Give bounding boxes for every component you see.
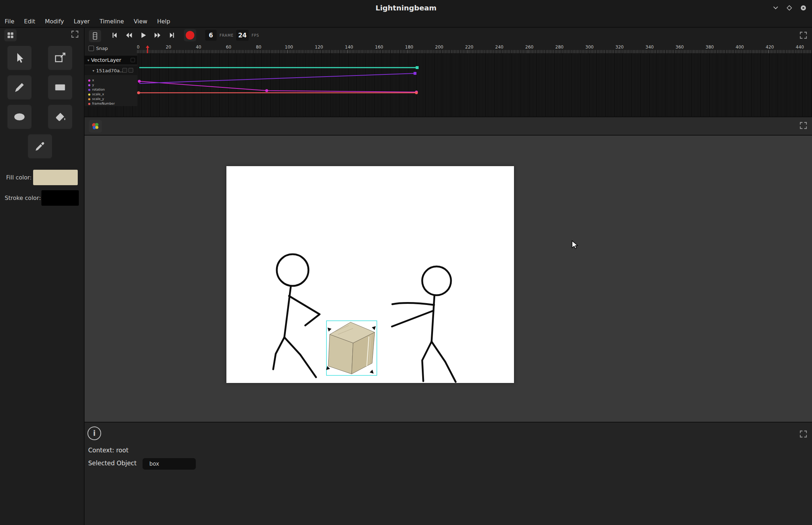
fps-number-box[interactable]: 24 [236,30,249,41]
keyframe-marker[interactable] [137,91,140,94]
property-label: frameNumber [92,102,115,105]
property-row-x[interactable]: x [85,78,137,83]
paint-bucket-tool-button[interactable] [48,105,72,129]
ruler-label: 440 [796,45,804,50]
menu-view[interactable]: View [134,18,147,25]
canvas-expand-button[interactable] [799,121,808,131]
ruler-label: 120 [315,45,323,50]
timeline-expand-button[interactable] [799,31,808,41]
selected-object-value[interactable]: box [143,458,196,470]
stage-drawing[interactable] [226,166,514,383]
curve-x-curve[interactable] [139,81,416,92]
menu-help[interactable]: Help [157,18,170,25]
ruler-label: 80 [256,45,261,50]
curve-rotation-curve[interactable] [139,73,415,83]
film-strip-icon [91,32,99,40]
ruler-label: 260 [525,45,533,50]
timeline-curves[interactable] [137,53,812,117]
layer-visibility-toggle[interactable] [122,68,127,73]
context-label: Context: root [88,447,128,454]
tool-panel-expand-button[interactable] [71,30,79,40]
close-button[interactable] [799,4,808,12]
play-button[interactable] [137,29,149,41]
skip-end-button[interactable] [166,29,178,41]
playhead[interactable] [145,45,150,54]
app-window: Lightningbeam File Edit Modify Layer Tim… [0,0,812,525]
eyedropper-tool-button[interactable] [28,134,52,159]
keyframe-marker[interactable] [138,80,141,83]
stage[interactable] [226,166,514,383]
maximize-button[interactable] [785,4,794,12]
menu-layer[interactable]: Layer [74,18,90,25]
select-tool-button[interactable] [7,46,32,70]
lightningbeam-logo-icon [91,122,100,131]
snap-control[interactable]: Snap [89,46,108,51]
info-button[interactable]: i [87,426,101,440]
keyframe-marker[interactable] [414,72,416,75]
ellipse-icon [13,110,26,123]
caret-down-icon[interactable]: ▾ [93,69,94,73]
caret-down-icon[interactable]: ▾ [87,58,89,62]
keyframe-marker[interactable] [416,66,419,69]
rewind-button[interactable] [123,29,135,41]
property-row-scale_x[interactable]: scale_x [85,92,137,97]
property-row-scale_y[interactable]: scale_y [85,97,137,101]
record-icon [186,31,194,40]
layer-lock-toggle[interactable] [128,68,133,73]
fast-forward-button[interactable] [152,29,163,41]
keyframe-dot-icon [88,79,90,82]
snap-label: Snap [96,46,108,51]
cursor-arrow-icon [13,51,26,64]
keyframe-marker[interactable] [265,89,268,92]
canvas-toolbar [85,117,812,135]
timeline-tracks-left[interactable] [85,106,137,117]
property-row-y[interactable]: y [85,83,137,87]
keyframe-dot-icon [88,84,90,86]
record-button[interactable] [184,29,196,41]
ruler-label: 60 [226,45,231,50]
layer-row-sublayer[interactable]: ▾ 151ad70a... [85,66,137,75]
keyframe-dot-icon [88,89,90,91]
timeline-panel: 6 FRAME 24 FPS Snap 02040608010012014016… [85,28,812,117]
layer-name: VectorLayer [91,57,121,63]
transform-tool-button[interactable] [48,46,72,70]
menu-file[interactable]: File [5,18,14,25]
snap-checkbox[interactable] [89,46,94,51]
ruler-label: 100 [285,45,293,50]
frame-number-box[interactable]: 6 [205,30,217,41]
expand-icon [799,121,808,130]
ellipse-tool-button[interactable] [7,105,32,129]
layer-options-icon[interactable] [131,58,135,62]
keyframe-marker[interactable] [415,91,418,94]
ruler-label: 180 [405,45,413,50]
fill-color-swatch[interactable] [33,170,78,185]
ruler-label: 140 [345,45,353,50]
skip-start-icon [110,31,119,40]
info-panel-expand-button[interactable] [799,430,808,440]
property-row-frameNumber[interactable]: frameNumber [85,101,137,106]
paint-bucket-icon [54,110,67,123]
stick-figure-left[interactable] [273,254,320,377]
scene-tab-button[interactable] [89,120,102,133]
property-row-rotation[interactable]: rotation [85,87,137,92]
titlebar: Lightningbeam [0,0,812,15]
ruler-label: 360 [676,45,684,50]
ruler-ticks[interactable] [137,50,812,53]
menu-edit[interactable]: Edit [24,18,35,25]
pencil-tool-button[interactable] [7,75,32,100]
canvas-area[interactable] [85,136,812,422]
stroke-color-swatch[interactable] [41,190,79,206]
rectangle-tool-button[interactable] [48,75,72,100]
layer-row-vectorlayer[interactable]: ▾ VectorLayer [85,56,137,64]
panel-grid-button[interactable] [4,29,17,41]
box-object[interactable] [328,322,375,374]
skip-start-button[interactable] [109,29,120,41]
film-button[interactable] [89,30,101,42]
stick-figure-right[interactable] [392,266,456,382]
fast-forward-icon [153,31,162,40]
minimize-button[interactable] [771,4,780,12]
frame-unit-label: FRAME [220,33,234,37]
menu-modify[interactable]: Modify [45,18,64,25]
menu-timeline[interactable]: Timeline [99,18,124,25]
fps-unit-label: FPS [252,33,259,37]
